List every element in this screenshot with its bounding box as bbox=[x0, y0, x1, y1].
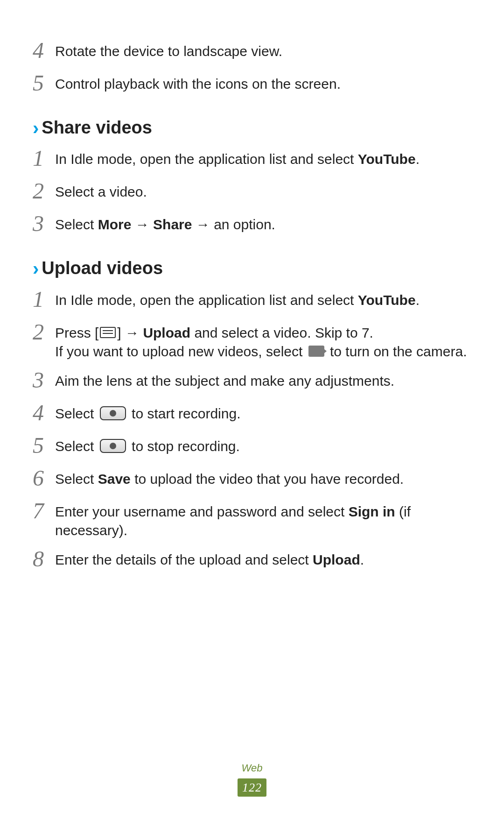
text-fragment: Select bbox=[55, 438, 98, 454]
step-number: 1 bbox=[33, 288, 55, 311]
step-item: 4 Select to start recording. bbox=[33, 404, 471, 427]
document-page: 4 Rotate the device to landscape view. 5… bbox=[0, 0, 504, 827]
step-text: In Idle mode, open the application list … bbox=[55, 291, 471, 310]
step-number: 2 bbox=[33, 321, 55, 343]
step-number: 5 bbox=[33, 434, 55, 457]
menu-icon bbox=[100, 327, 116, 338]
text-fragment: . bbox=[416, 292, 420, 308]
footer-section-label: Web bbox=[0, 761, 504, 775]
step-number: 5 bbox=[33, 72, 55, 94]
step-item: 6 Select Save to upload the video that y… bbox=[33, 470, 471, 492]
chevron-icon: › bbox=[33, 119, 39, 137]
step-text: Press [] → Upload and select a video. Sk… bbox=[55, 324, 471, 361]
text-fragment: In Idle mode, open the application list … bbox=[55, 151, 358, 167]
step-number: 7 bbox=[33, 500, 55, 522]
text-fragment: Select bbox=[55, 471, 98, 487]
step-number: 1 bbox=[33, 147, 55, 170]
step-number: 3 bbox=[33, 369, 55, 391]
section-header-upload: › Upload videos bbox=[33, 256, 471, 280]
step-item: 4 Rotate the device to landscape view. bbox=[33, 42, 471, 64]
step-text: Control playback with the icons on the s… bbox=[55, 75, 471, 94]
text-fragment: to stop recording. bbox=[128, 438, 240, 454]
step-text: Select a video. bbox=[55, 183, 471, 202]
step-text: Enter the details of the upload and sele… bbox=[55, 551, 471, 570]
step-text: Rotate the device to landscape view. bbox=[55, 42, 471, 61]
bold-text: Sign in bbox=[349, 504, 395, 519]
text-fragment: Enter the details of the upload and sele… bbox=[55, 552, 313, 567]
step-item: 5 Control playback with the icons on the… bbox=[33, 75, 471, 97]
bold-text: More bbox=[98, 217, 132, 232]
step-item: 5 Select to stop recording. bbox=[33, 437, 471, 459]
step-item: 2 Press [] → Upload and select a video. … bbox=[33, 324, 471, 361]
bold-text: Upload bbox=[313, 552, 360, 567]
bold-text: YouTube bbox=[358, 292, 416, 308]
step-item: 8 Enter the details of the upload and se… bbox=[33, 551, 471, 573]
text-fragment: to upload the video that you have record… bbox=[131, 471, 404, 487]
step-number: 4 bbox=[33, 39, 55, 62]
text-fragment: → bbox=[131, 217, 153, 232]
chevron-icon: › bbox=[33, 259, 39, 278]
step-number: 2 bbox=[33, 180, 55, 202]
text-fragment: Select bbox=[55, 406, 98, 421]
step-item: 1 In Idle mode, open the application lis… bbox=[33, 291, 471, 313]
text-fragment: . bbox=[360, 552, 364, 567]
step-item: 1 In Idle mode, open the application lis… bbox=[33, 150, 471, 172]
step-text: Select to start recording. bbox=[55, 404, 471, 424]
step-text: Enter your username and password and sel… bbox=[55, 502, 471, 540]
page-number-badge: 122 bbox=[238, 778, 266, 797]
text-fragment: Enter your username and password and sel… bbox=[55, 504, 349, 519]
step-number: 3 bbox=[33, 212, 55, 235]
video-camera-icon bbox=[308, 346, 324, 357]
text-fragment: Press [ bbox=[55, 325, 98, 340]
section-title: Share videos bbox=[42, 116, 152, 140]
text-fragment: In Idle mode, open the application list … bbox=[55, 292, 358, 308]
text-fragment: ] → bbox=[117, 325, 143, 340]
text-fragment: . bbox=[416, 151, 420, 167]
text-fragment: and select a video. Skip to 7. bbox=[190, 325, 373, 340]
step-text: Select More → Share → an option. bbox=[55, 215, 471, 234]
step-text: Select to stop recording. bbox=[55, 437, 471, 456]
step-text: Aim the lens at the subject and make any… bbox=[55, 372, 471, 391]
record-icon bbox=[100, 439, 126, 453]
step-item: 3 Aim the lens at the subject and make a… bbox=[33, 372, 471, 394]
bold-text: Share bbox=[153, 217, 192, 232]
step-text: Select Save to upload the video that you… bbox=[55, 470, 471, 489]
step-item: 7 Enter your username and password and s… bbox=[33, 502, 471, 540]
text-fragment: to turn on the camera. bbox=[326, 344, 467, 359]
step-text: In Idle mode, open the application list … bbox=[55, 150, 471, 169]
step-number: 4 bbox=[33, 402, 55, 424]
record-icon bbox=[100, 406, 126, 420]
text-fragment: Select bbox=[55, 217, 98, 232]
bold-text: YouTube bbox=[358, 151, 416, 167]
text-fragment: → an option. bbox=[192, 217, 275, 232]
bold-text: Upload bbox=[143, 325, 190, 340]
step-number: 6 bbox=[33, 467, 55, 489]
section-title: Upload videos bbox=[42, 256, 163, 280]
section-header-share: › Share videos bbox=[33, 116, 471, 140]
text-fragment: If you want to upload new videos, select bbox=[55, 344, 307, 359]
step-number: 8 bbox=[33, 548, 55, 570]
bold-text: Save bbox=[98, 471, 131, 487]
step-item: 2 Select a video. bbox=[33, 183, 471, 205]
text-fragment: to start recording. bbox=[128, 406, 241, 421]
page-footer: Web 122 bbox=[0, 761, 504, 797]
step-item: 3 Select More → Share → an option. bbox=[33, 215, 471, 238]
